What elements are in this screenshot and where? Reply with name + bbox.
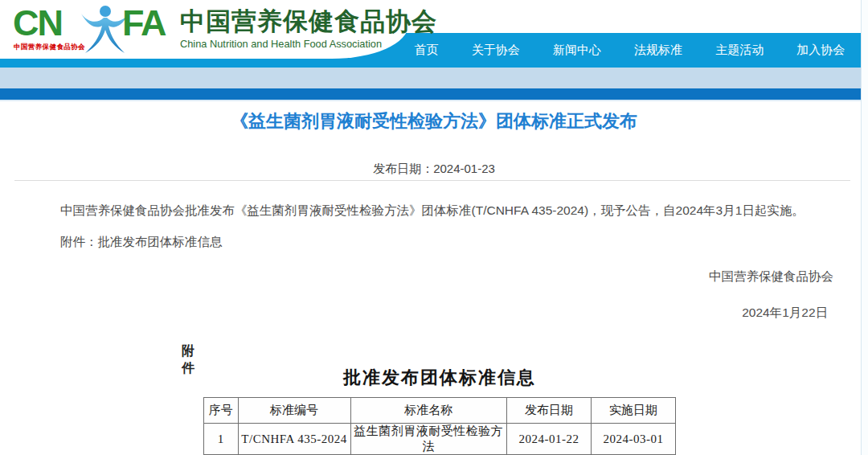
col-header-index: 序号 [204,398,239,424]
article-body: 中国营养保健食品协会批准发布《益生菌剂胃液耐受性检验方法》团体标准(T/CNHF… [60,201,832,219]
scrollbar[interactable] [861,0,868,455]
header-strip-dark [0,88,868,101]
attachment-table-title: 批准发布团体标准信息 [203,366,676,390]
attachment-label: 附件 [182,343,194,377]
header-strip-light [0,68,868,88]
cnhfa-logo: CN FA 中国营养保健食品协会 [13,3,182,56]
logo-acronym-fa: FA [122,5,166,41]
col-header-effect-date: 实施日期 [591,398,675,424]
org-names: 中国营养保健食品协会 China Nutrition and Health Fo… [180,8,437,50]
nav-item-activities[interactable]: 主题活动 [715,43,764,58]
logo-acronym-cn: CN [13,5,62,41]
cell-number: T/CNHFA 435-2024 [238,424,350,455]
cell-effect-date: 2024-03-01 [591,424,675,455]
page-title: 《益生菌剂胃液耐受性检验方法》团体标准正式发布 [0,109,868,133]
org-name-english: China Nutrition and Health Food Associat… [180,38,437,50]
divider [14,180,850,181]
table-header-row: 序号 标准编号 标准名称 发布日期 实施日期 [204,398,676,424]
col-header-number: 标准编号 [238,398,350,424]
col-header-issue-date: 发布日期 [506,398,591,424]
cell-name: 益生菌剂胃液耐受性检验方法 [350,424,506,455]
col-header-name: 标准名称 [350,398,506,424]
standards-table: 序号 标准编号 标准名称 发布日期 实施日期 1 T/CNHFA 435-202… [203,397,676,455]
publish-date: 发布日期：2024-01-23 [0,162,868,177]
nav-item-join[interactable]: 加入协会 [796,43,845,58]
nav-item-news[interactable]: 新闻中心 [553,43,601,58]
nav-item-about[interactable]: 关于协会 [472,43,520,58]
logo-area[interactable]: CN FA 中国营养保健食品协会 中国营养保健食品协会 China [0,0,408,59]
page: 首页 关于协会 新闻中心 法规标准 主题活动 加入协会 CN [0,0,868,455]
signature-date: 2024年1月22日 [742,305,828,322]
nav-items: 首页 关于协会 新闻中心 法规标准 主题活动 加入协会 [398,33,862,68]
signature-organization: 中国营养保健食品协会 [709,268,833,285]
cell-issue-date: 2024-01-22 [506,424,591,455]
org-name-chinese: 中国营养保健食品协会 [180,8,437,35]
attachment-reference: 附件：批准发布团体标准信息 [60,234,223,251]
logo-seal-text: 中国营养保健食品协会 [14,43,96,52]
table-row: 1 T/CNHFA 435-2024 益生菌剂胃液耐受性检验方法 2024-01… [204,424,676,455]
nav-item-regulations[interactable]: 法规标准 [634,43,682,58]
cell-index: 1 [204,424,239,455]
